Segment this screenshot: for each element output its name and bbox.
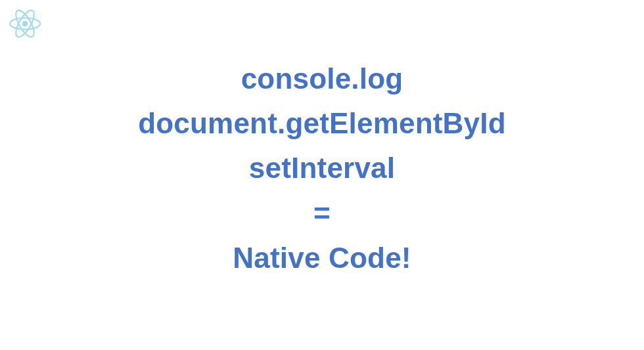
svg-point-0 [22, 21, 28, 26]
text-line-5: Native Code! [0, 236, 644, 280]
slide-content: console.log document.getElementById setI… [0, 56, 644, 280]
text-line-2: document.getElementById [0, 101, 644, 146]
text-line-1: console.log [0, 56, 644, 101]
text-line-3: setInterval [0, 146, 644, 190]
text-line-4: = [0, 191, 644, 236]
react-icon [9, 8, 41, 39]
